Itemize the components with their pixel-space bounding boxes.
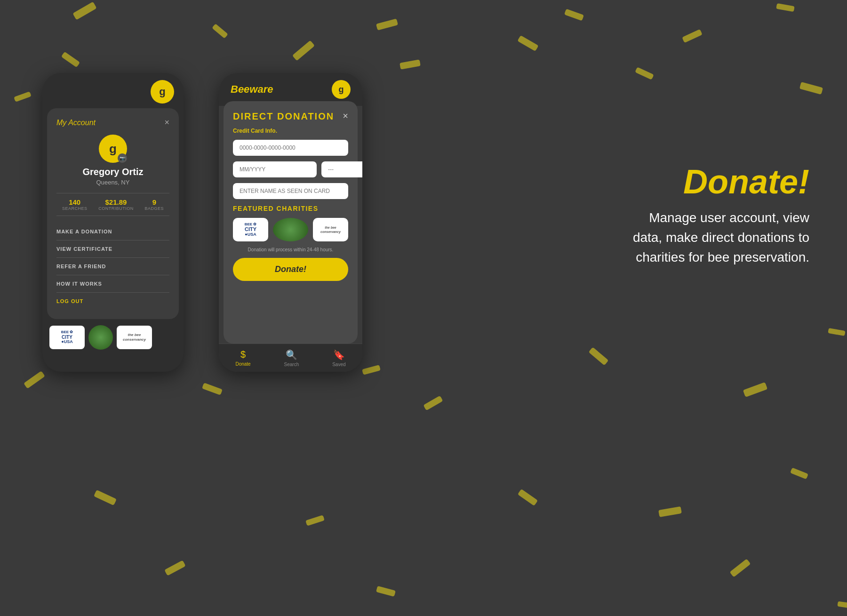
donate-nav-label: Donate: [235, 361, 250, 367]
stats-row: 140 SEARCHES $21.89 CONTRIBUTION 9 BADGE…: [56, 193, 169, 216]
profile-avatar-wrap: g 📷: [99, 135, 127, 163]
stat-contribution: $21.89 CONTRIBUTION: [98, 198, 134, 211]
modal-title: Direct Donation: [233, 111, 334, 122]
menu-make-donation[interactable]: MAKE A DONATION: [56, 223, 169, 240]
donate-description: Manage user account, view data, make dir…: [621, 208, 809, 267]
saved-icon: 🔖: [333, 349, 345, 360]
bottom-navigation: $ Donate 🔍 Search 🔖 Saved: [219, 344, 362, 372]
modal-header: Direct Donation ×: [233, 111, 348, 122]
account-header: My Account ×: [56, 118, 169, 128]
cvv-input[interactable]: [321, 161, 362, 177]
expiry-input[interactable]: [233, 161, 317, 177]
searches-value: 140: [62, 198, 88, 206]
green-circle-logo-left: [88, 325, 113, 350]
donate-button[interactable]: Donate!: [233, 258, 348, 281]
donate-heading: Donate!: [621, 165, 809, 199]
stat-badges: 9 BADGES: [145, 198, 164, 211]
charity-logos-bottom: BEE ✿ CITY ●USA the bee conservancy: [42, 321, 184, 353]
badges-value: 9: [145, 198, 164, 206]
credit-card-label: Credit Card Info.: [233, 128, 348, 134]
right-phone: Beeware g Direct Donation × Credit Card …: [219, 73, 362, 372]
menu-view-certificate[interactable]: VIEW CERTIFICATE: [56, 240, 169, 258]
camera-icon[interactable]: 📷: [118, 153, 127, 163]
logout-button[interactable]: LOG OUT: [56, 293, 169, 310]
left-phone-header: g: [42, 73, 184, 108]
searches-label: SEARCHES: [62, 206, 88, 211]
user-avatar: g: [151, 80, 174, 104]
badges-label: BADGES: [145, 206, 164, 211]
bee-conservancy-charity[interactable]: the bee conservancy: [313, 218, 348, 241]
app-title: Beeware: [231, 83, 273, 96]
featured-charities-title: Featured Charities: [233, 205, 348, 212]
menu-refer-friend[interactable]: REFER A FRIEND: [56, 258, 169, 275]
user-name: Gregory Ortiz: [56, 167, 169, 177]
bee-city-logo-left: BEE ✿ CITY ●USA: [49, 326, 85, 349]
nav-donate[interactable]: $ Donate: [235, 349, 250, 367]
header-avatar[interactable]: g: [332, 80, 351, 99]
stat-searches: 140 SEARCHES: [62, 198, 88, 211]
right-content: Donate! Manage user account, view data, …: [621, 165, 809, 267]
contribution-value: $21.89: [98, 198, 134, 206]
donate-icon: $: [240, 349, 246, 360]
account-title: My Account: [56, 119, 96, 127]
donation-modal: Direct Donation × Credit Card Info. Feat…: [224, 101, 358, 344]
modal-close-button[interactable]: ×: [343, 111, 348, 121]
close-button[interactable]: ×: [164, 118, 169, 128]
account-panel: My Account × g 📷 Gregory Ortiz Queens, N…: [47, 108, 179, 319]
cardholder-name-input[interactable]: [233, 183, 348, 199]
left-phone: g My Account × g 📷 Gregory Ortiz Queens,…: [42, 73, 184, 372]
card-expiry-cvv-row: [233, 161, 348, 177]
bee-conservancy-logo-left: the bee conservancy: [117, 326, 152, 349]
saved-nav-label: Saved: [332, 362, 345, 367]
menu-items: MAKE A DONATION VIEW CERTIFICATE REFER A…: [56, 223, 169, 310]
profile-section: g 📷 Gregory Ortiz Queens, NY: [56, 135, 169, 186]
menu-how-it-works[interactable]: HOW IT WORKS: [56, 275, 169, 293]
donation-note: Donation will process within 24-48 hours…: [233, 247, 348, 252]
card-number-input[interactable]: [233, 140, 348, 156]
search-icon: 🔍: [286, 349, 297, 360]
contribution-label: CONTRIBUTION: [98, 206, 134, 211]
nav-search[interactable]: 🔍 Search: [284, 349, 299, 367]
user-location: Queens, NY: [56, 179, 169, 186]
bee-city-charity[interactable]: BEE ✿ CITY ●USA: [233, 218, 268, 241]
green-circle-charity[interactable]: [273, 218, 308, 241]
featured-charities-row: BEE ✿ CITY ●USA the bee conservancy: [233, 218, 348, 241]
nav-saved[interactable]: 🔖 Saved: [332, 349, 345, 367]
search-nav-label: Search: [284, 362, 299, 367]
